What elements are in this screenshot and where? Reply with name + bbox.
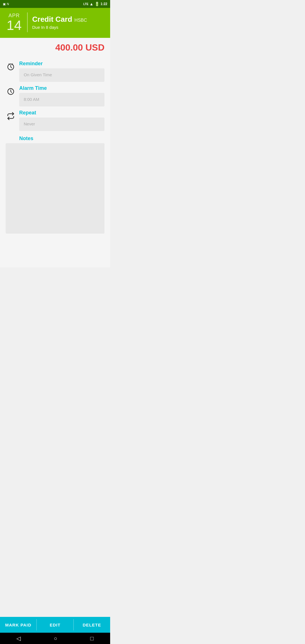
notes-box[interactable] — [6, 143, 104, 234]
repeat-value: Never — [24, 121, 35, 126]
sim-icon: ▣ — [3, 2, 6, 6]
notification-icon: N — [7, 2, 9, 6]
amount-value: 400.00 USD — [55, 42, 104, 53]
content-area: Reminder On Given Time Alarm Time 8:00 A… — [0, 55, 110, 267]
repeat-icon — [6, 111, 16, 121]
due-label: Due In 8 days — [32, 25, 104, 30]
reminder-icon — [6, 62, 16, 72]
alarm-time-label: Alarm Time — [19, 85, 104, 91]
reminder-content: Reminder On Given Time — [19, 61, 104, 82]
alarm-time-value-box[interactable]: 8:00 AM — [19, 93, 104, 106]
alarm-icon — [6, 86, 16, 97]
reminder-value: On Given Time — [24, 72, 52, 77]
alarm-time-content: Alarm Time 8:00 AM — [19, 85, 104, 106]
repeat-content: Repeat Never — [19, 110, 104, 131]
signal-icon: ▲ — [90, 2, 93, 6]
battery-icon: 🔋 — [95, 2, 99, 6]
day-label: 14 — [6, 19, 21, 32]
svg-line-2 — [12, 64, 13, 64]
reminder-label: Reminder — [19, 61, 104, 67]
repeat-value-box[interactable]: Never — [19, 118, 104, 131]
header: APR 14 Credit Card HSBC Due In 8 days — [0, 8, 110, 38]
repeat-row: Repeat Never — [6, 110, 104, 131]
date-display: APR 14 — [6, 13, 23, 32]
svg-line-1 — [9, 64, 10, 64]
reminder-row: Reminder On Given Time — [6, 61, 104, 82]
reminder-value-box[interactable]: On Given Time — [19, 68, 104, 82]
alarm-time-row: Alarm Time 8:00 AM — [6, 85, 104, 106]
bill-title: Credit Card — [32, 15, 72, 24]
alarm-time-value: 8:00 AM — [24, 97, 39, 102]
lte-icon: LTE — [83, 3, 88, 6]
amount-row: 400.00 USD — [0, 38, 110, 55]
time-display: 1:22 — [101, 2, 107, 6]
header-divider — [27, 12, 28, 32]
status-bar: ▣ N LTE ▲ 🔋 1:22 — [0, 0, 110, 8]
bank-label: HSBC — [75, 18, 87, 23]
notes-label: Notes — [6, 136, 104, 142]
repeat-label: Repeat — [19, 110, 104, 116]
header-info: Credit Card HSBC Due In 8 days — [32, 15, 104, 30]
